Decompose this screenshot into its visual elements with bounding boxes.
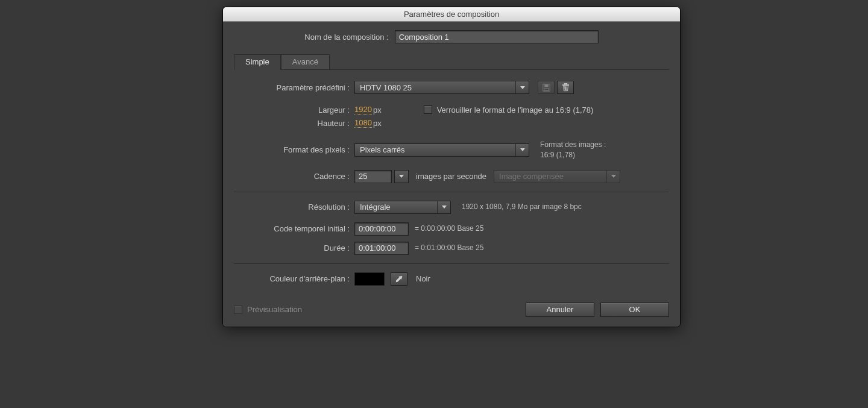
dropframe-value: Image compensée: [494, 172, 606, 181]
lock-aspect-checkbox[interactable]: [424, 105, 432, 114]
width-value[interactable]: 1920: [354, 105, 372, 115]
width-label: Largeur :: [234, 105, 354, 115]
pixel-aspect-value: Pixels carrés: [355, 145, 515, 154]
chevron-down-icon: [515, 81, 529, 93]
tab-advanced[interactable]: Avancé: [281, 54, 330, 69]
frame-aspect-line2: 16:9 (1,78): [540, 150, 606, 160]
pixel-aspect-label: Format des pixels :: [234, 145, 354, 154]
chevron-down-icon: [515, 144, 529, 156]
chevron-down-icon: [395, 171, 408, 183]
bg-color-label: Couleur d'arrière-plan :: [234, 274, 354, 283]
window-titlebar: Paramètres de composition: [223, 7, 680, 22]
composition-name-label: Nom de la composition :: [304, 33, 394, 42]
svg-rect-1: [544, 84, 549, 87]
chevron-down-icon: [606, 171, 620, 183]
framerate-dropdown[interactable]: [394, 170, 409, 183]
svg-rect-2: [544, 88, 548, 90]
composition-settings-dialog: Paramètres de composition Nom de la comp…: [222, 7, 681, 327]
dropframe-dropdown: Image compensée: [494, 170, 620, 183]
resolution-value: Intégrale: [355, 202, 437, 212]
cancel-button[interactable]: Annuler: [526, 303, 594, 317]
height-value[interactable]: 1080: [354, 118, 372, 128]
resolution-dropdown[interactable]: Intégrale: [354, 201, 451, 214]
save-icon: [542, 84, 550, 92]
duration-input[interactable]: 0:01:00:00: [354, 242, 409, 255]
trash-icon: [562, 83, 570, 92]
duration-label: Durée :: [234, 243, 354, 253]
frame-aspect-note: Format des images : 16:9 (1,78): [540, 140, 606, 160]
framerate-label: Cadence :: [234, 172, 354, 181]
dialog-content: Nom de la composition : Simple Avancé Pa…: [223, 22, 680, 327]
save-preset-button[interactable]: [538, 81, 555, 94]
start-timecode-info: = 0:00:00:00 Base 25: [415, 224, 483, 234]
eyedropper-button[interactable]: [391, 272, 407, 286]
height-unit: px: [373, 119, 382, 128]
framerate-input[interactable]: 25: [354, 170, 392, 183]
composition-name-input[interactable]: [395, 30, 599, 43]
divider: [234, 192, 669, 192]
duration-info: = 0:01:00:00 Base 25: [415, 243, 483, 253]
divider: [234, 263, 669, 264]
preset-label: Paramètre prédéfini :: [234, 83, 354, 92]
frame-aspect-line1: Format des images :: [540, 140, 606, 150]
start-timecode-input[interactable]: 0:00:00:00: [354, 222, 409, 236]
start-timecode-label: Code temporel initial :: [234, 224, 354, 233]
preview-checkbox: [234, 306, 242, 314]
dialog-footer: Prévisualisation Annuler OK: [234, 303, 669, 317]
preset-dropdown[interactable]: HDTV 1080 25: [354, 81, 529, 94]
height-label: Hauteur :: [234, 119, 354, 128]
eyedropper-icon: [395, 275, 403, 283]
ok-button[interactable]: OK: [600, 303, 669, 317]
framerate-unit-label: images par seconde: [416, 172, 486, 181]
tabs: Simple Avancé: [234, 54, 669, 70]
preview-label: Prévisualisation: [247, 305, 302, 314]
lock-aspect-label: Verrouiller le format de l'image au 16:9…: [437, 105, 594, 115]
bg-color-name: Noir: [416, 274, 430, 283]
window-title: Paramètres de composition: [404, 10, 499, 19]
pixel-aspect-dropdown[interactable]: Pixels carrés: [354, 143, 529, 157]
chevron-down-icon: [437, 201, 450, 213]
bg-color-swatch[interactable]: [354, 272, 385, 286]
resolution-info: 1920 x 1080, 7,9 Mo par image 8 bpc: [462, 202, 582, 212]
resolution-label: Résolution :: [234, 202, 354, 212]
delete-preset-button[interactable]: [557, 81, 574, 94]
width-unit: px: [373, 105, 382, 115]
tab-simple[interactable]: Simple: [234, 54, 281, 70]
preset-value: HDTV 1080 25: [355, 83, 515, 92]
